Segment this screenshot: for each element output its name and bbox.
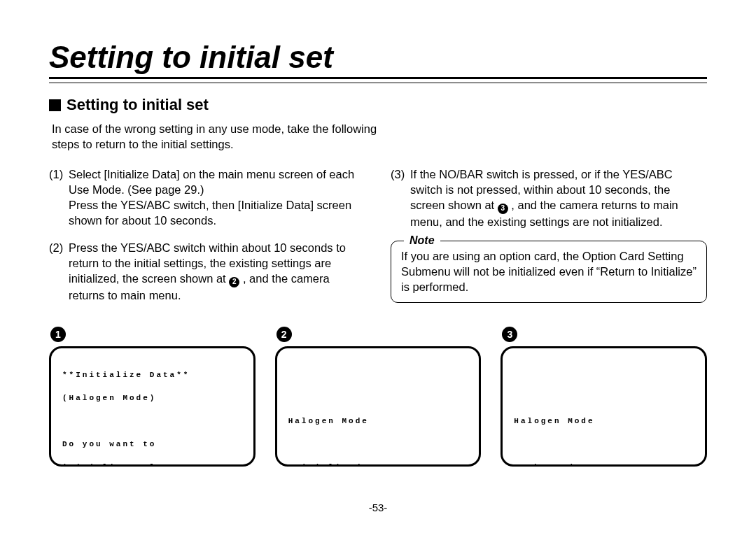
step-text: Select [Initialize Data] on the main men… [69, 166, 365, 229]
step-text: If the NO/BAR switch is pressed, or if t… [410, 166, 707, 229]
screen-number-3-icon: 3 [502, 327, 517, 342]
page: Setting to initial set Setting to initia… [0, 0, 756, 533]
page-number: -53- [0, 502, 756, 513]
bullet-square-icon [49, 99, 61, 111]
screen-line: Unchanged [514, 462, 694, 467]
title-rule [49, 77, 707, 83]
page-title: Setting to initial set [49, 42, 707, 73]
screen-line: initialize Halogen [62, 462, 242, 467]
screen-line: Halogen Mode [288, 415, 468, 427]
screen-blank [288, 392, 468, 404]
screen-display-1: **Initialize Data** (Halogen Mode) Do yo… [49, 346, 255, 467]
screen-blank [288, 439, 468, 450]
screen-line: Do you want to [62, 439, 242, 450]
screen-number-2-icon: 2 [276, 327, 292, 342]
two-columns: (1) Select [Initialize Data] on the main… [49, 166, 707, 314]
screens-row: 1 **Initialize Data** (Halogen Mode) Do … [49, 327, 707, 467]
step-1: (1) Select [Initialize Data] on the main… [49, 166, 365, 229]
screen-number-1-icon: 1 [50, 327, 66, 342]
screen-3: 3 Halogen Mode Unchanged [500, 327, 707, 467]
step-number: (2) [49, 240, 69, 303]
subtitle-row: Setting to initial set [49, 96, 707, 114]
screen-2: 2 Halogen Mode Initialized [275, 327, 482, 467]
screen-display-2: Halogen Mode Initialized [275, 346, 482, 467]
screen-blank [288, 369, 468, 381]
subtitle: Setting to initial set [66, 96, 209, 114]
screen-line: (Halogen Mode) [62, 392, 242, 404]
step-number: (1) [49, 166, 69, 229]
column-left: (1) Select [Initialize Data] on the main… [49, 166, 365, 314]
screen-display-3: Halogen Mode Unchanged [500, 346, 707, 467]
column-right: (3) If the NO/BAR switch is pressed, or … [391, 166, 707, 314]
screen-blank [514, 369, 694, 381]
screen-line: Initialized [288, 462, 468, 467]
note-box: Note If you are using an option card, th… [391, 241, 707, 303]
reference-circle-2-icon: 2 [229, 277, 239, 287]
note-label: Note [404, 233, 440, 248]
step-3: (3) If the NO/BAR switch is pressed, or … [391, 166, 707, 229]
screen-line: **Initialize Data** [62, 369, 242, 381]
step-number: (3) [391, 166, 410, 229]
note-text: If you are using an option card, the Opt… [401, 248, 696, 295]
screen-blank [62, 415, 242, 427]
screen-line: Halogen Mode [514, 415, 694, 427]
step-2: (2) Press the YES/ABC switch within abou… [49, 240, 365, 303]
intro-text: In case of the wrong setting in any use … [52, 121, 381, 152]
screen-1: 1 **Initialize Data** (Halogen Mode) Do … [49, 327, 255, 467]
screen-blank [514, 439, 694, 450]
screen-blank [514, 392, 694, 404]
reference-circle-3-icon: 3 [498, 204, 508, 214]
step-text: Press the YES/ABC switch within about 10… [69, 240, 365, 303]
